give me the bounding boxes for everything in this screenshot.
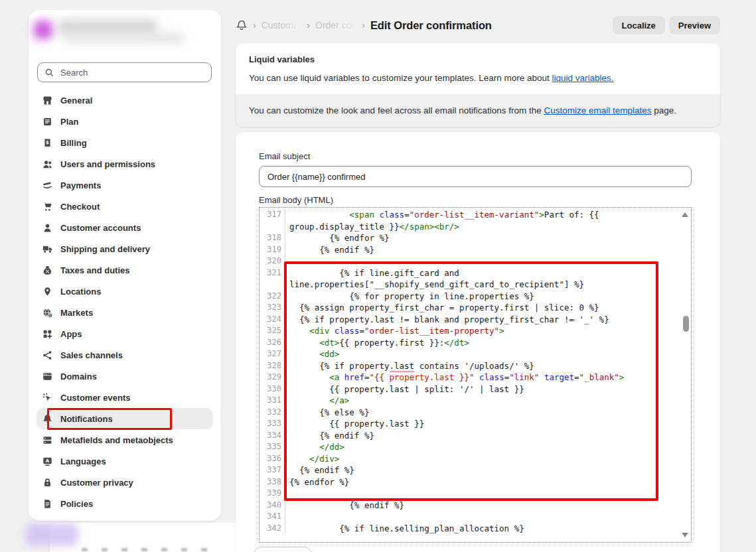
- code-line: 337 {% endif %}: [260, 464, 680, 476]
- plan-icon: [42, 116, 52, 127]
- line-number: 318: [260, 232, 285, 244]
- sidebar-item-payments[interactable]: Payments: [37, 174, 213, 196]
- code-line: 331 </a>: [260, 395, 680, 407]
- liquid-variables-banner: Liquid variables You can use liquid vari…: [236, 43, 720, 127]
- breadcrumb-item[interactable]: Customer: [262, 20, 302, 31]
- store-icon: [42, 95, 52, 105]
- note-text: You can customize the look and feel acro…: [249, 105, 544, 115]
- code-line: 329 <a href="{{ property.last }}" class=…: [260, 372, 680, 383]
- email-body-editor[interactable]: 317 <span class="order-list__item-varian…: [259, 207, 692, 543]
- code-line: 332 {% else %}: [260, 407, 680, 419]
- store-logo-redacted: [34, 21, 52, 39]
- sidebar-item-label: Apps: [60, 329, 82, 339]
- code-line: 340 {% endif %}: [260, 500, 680, 512]
- share-nodes-icon: [42, 350, 52, 360]
- customize-email-templates-link[interactable]: Customize email templates: [544, 105, 652, 115]
- banner-text: You can use liquid variables to customiz…: [249, 73, 552, 83]
- code-line: 320: [260, 255, 680, 267]
- partial-button-cutoff[interactable]: [254, 547, 311, 552]
- sidebar-item-customer-events[interactable]: Customer events: [37, 387, 213, 408]
- sidebar-item-label: Policies: [60, 499, 93, 509]
- browser-window-icon: [42, 371, 52, 381]
- email-subject-input[interactable]: [259, 166, 692, 187]
- sidebar-item-label: General: [60, 96, 92, 105]
- lock-icon: [42, 477, 52, 488]
- line-number: 334: [260, 430, 285, 442]
- svg-text:A: A: [45, 458, 49, 464]
- sidebar-item-general[interactable]: General: [37, 90, 213, 111]
- money-bag-icon: [42, 265, 52, 275]
- liquid-variables-link[interactable]: liquid variables.: [552, 73, 614, 83]
- breadcrumb-item[interactable]: Order con: [315, 20, 356, 31]
- line-number: 337: [260, 464, 285, 476]
- template-form-card: Email subject Email body (HTML) 317 <spa…: [236, 132, 720, 552]
- bell-icon: [236, 20, 248, 31]
- person-icon: [42, 222, 52, 233]
- code-line: 325 <div class="order-list__item-propert…: [260, 325, 680, 337]
- page-title: Edit Order confirmation: [370, 19, 492, 32]
- code-line: 339: [260, 488, 680, 500]
- sidebar-item-label: Notifications: [60, 414, 113, 424]
- sidebar-item-apps[interactable]: Apps: [37, 323, 213, 344]
- code-line: 322 {% for property in line.properties %…: [260, 291, 680, 303]
- truck-icon: [42, 243, 52, 254]
- sidebar-item-checkout[interactable]: Checkout: [37, 196, 213, 217]
- sidebar-item-shipping-and-delivery[interactable]: Shipping and delivery: [37, 238, 213, 259]
- code-area: 317 <span class="order-list__item-varian…: [260, 209, 680, 534]
- sidebar-item-label: Locations: [60, 287, 101, 297]
- scrollbar-up-icon[interactable]: [682, 212, 688, 217]
- sidebar-item-label: Customer events: [60, 393, 130, 403]
- bell-icon: [42, 413, 52, 424]
- settings-sidebar: GeneralPlan$BillingUsers and permissions…: [29, 10, 221, 521]
- sidebar-item-notifications[interactable]: Notifications: [37, 408, 213, 429]
- sidebar-item-markets[interactable]: $Markets: [37, 302, 213, 323]
- code-line: 330 {{ property.last | split: '/' | last…: [260, 383, 680, 395]
- line-number: [260, 221, 285, 233]
- slots-icon: [42, 435, 52, 445]
- sidebar-item-label: Customer accounts: [60, 223, 141, 233]
- code-line: 323 {% assign property_first_char = prop…: [260, 302, 680, 314]
- code-line: 317 <span class="order-list__item-varian…: [260, 209, 680, 221]
- scrollbar-thumb[interactable]: [683, 316, 689, 332]
- sidebar-item-policies[interactable]: Policies: [37, 493, 213, 514]
- chevron-right-icon: ›: [362, 21, 365, 30]
- sidebar-item-plan[interactable]: Plan: [37, 111, 213, 132]
- cursor-sparkle-icon: [42, 392, 52, 403]
- email-body-label: Email body (HTML): [259, 195, 333, 205]
- line-number: 339: [260, 488, 285, 500]
- sidebar-item-languages[interactable]: ALanguages: [37, 450, 213, 472]
- preview-button[interactable]: Preview: [669, 16, 720, 34]
- banner-title: Liquid variables: [249, 54, 707, 64]
- sidebar-item-metafields-and-metaobjects[interactable]: Metafields and metaobjects: [37, 429, 213, 450]
- line-number: 326: [260, 337, 285, 349]
- sidebar-item-sales-channels[interactable]: Sales channels: [37, 344, 213, 366]
- sidebar-item-taxes-and-duties[interactable]: Taxes and duties: [37, 259, 213, 281]
- svg-text:$: $: [49, 313, 51, 317]
- search-icon: [44, 67, 54, 78]
- search-input[interactable]: [59, 67, 205, 78]
- localize-button[interactable]: Localize: [613, 16, 665, 34]
- sidebar-item-billing[interactable]: $Billing: [37, 132, 213, 153]
- line-number: 324: [260, 314, 285, 326]
- sidebar-item-users-and-permissions[interactable]: Users and permissions: [37, 153, 213, 174]
- sidebar-item-label: Payments: [60, 180, 101, 190]
- sidebar-item-locations[interactable]: Locations: [37, 281, 213, 302]
- sidebar-item-label: Shipping and delivery: [60, 244, 150, 254]
- sidebar-item-label: Plan: [60, 117, 78, 127]
- line-number: 322: [260, 291, 285, 303]
- sidebar-item-customer-privacy[interactable]: Customer privacy: [37, 472, 213, 493]
- sidebar-item-label: Checkout: [60, 202, 100, 212]
- sidebar-item-domains[interactable]: Domains: [37, 366, 213, 387]
- settings-menu: GeneralPlan$BillingUsers and permissions…: [29, 90, 221, 514]
- store-url-redacted: [64, 33, 184, 43]
- code-line: 334 {% endif %}: [260, 430, 680, 442]
- scrollbar-down-icon[interactable]: [682, 533, 688, 537]
- code-line: 318 {% endfor %}: [260, 232, 680, 244]
- line-number: 330: [260, 383, 285, 395]
- code-line: 324 {% if property.last != blank and pro…: [260, 314, 680, 326]
- search-box[interactable]: [37, 62, 212, 82]
- sidebar-item-label: Markets: [60, 308, 93, 318]
- sidebar-item-customer-accounts[interactable]: Customer accounts: [37, 217, 213, 238]
- customize-templates-note: You can customize the look and feel acro…: [236, 94, 720, 127]
- code-line: 338{% endfor %}: [260, 476, 680, 488]
